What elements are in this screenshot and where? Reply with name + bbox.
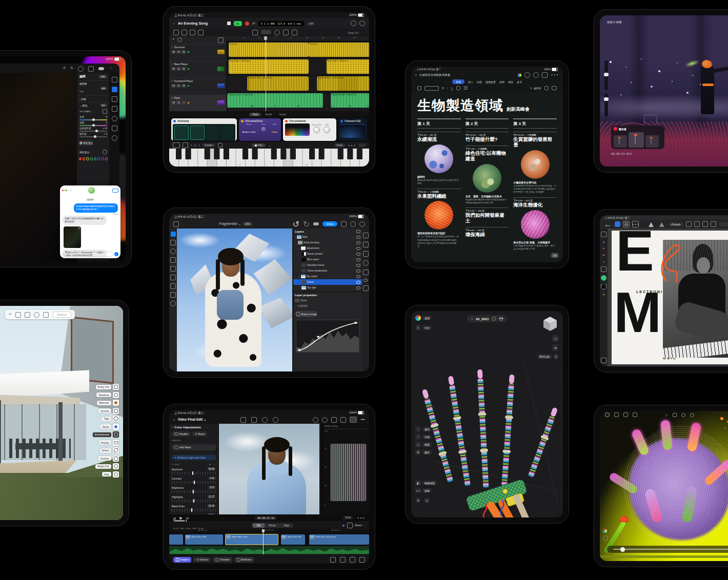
snap-mode[interactable] [261, 30, 271, 34]
list-icon[interactable] [544, 86, 549, 90]
help-icon[interactable] [350, 221, 356, 227]
visibility-icon[interactable] [363, 279, 368, 282]
layer-adjustments[interactable]: ⌄Adjustments [293, 245, 362, 251]
eraser-tool-icon[interactable] [170, 283, 176, 289]
clip-skyline-close[interactable]: Skyline_Blue_Close [225, 534, 278, 545]
drive-knob[interactable]: Drive [260, 123, 267, 135]
lasso-tool-icon[interactable] [170, 248, 176, 254]
region-drummer-1[interactable]: Drummer [229, 43, 309, 57]
chevron-down-icon[interactable]: ⌄ [213, 463, 215, 466]
header-more-icon[interactable] [218, 37, 224, 43]
curves-section[interactable]: ⌄CURVES [293, 303, 362, 309]
color-mix-button[interactable]: 顏色混合 [79, 140, 93, 146]
panel-materials[interactable]: Materials [93, 400, 119, 406]
import-icon[interactable] [240, 417, 246, 423]
color-mix-row[interactable]: 顏色混合 [79, 151, 89, 154]
solid-icon[interactable]: ▢ [415, 442, 421, 447]
project-title[interactable]: Video Final Edit ⌄ [178, 418, 207, 422]
volume-button[interactable]: ◁)Volume [193, 557, 211, 562]
tab-home[interactable]: 常用 [452, 79, 464, 84]
flip-icon[interactable] [694, 221, 700, 227]
menu-icon[interactable]: ≡ [623, 221, 630, 227]
document-page[interactable]: 生物製造領域 創新高峰會 第 1 天 下午2:00 — 201 室 永續潮流 綠… [411, 91, 563, 262]
eyedropper-tool-icon[interactable] [170, 301, 176, 306]
settings-icon[interactable] [690, 413, 694, 417]
cloud-icon[interactable] [98, 67, 104, 70]
panel-options-icon[interactable] [356, 230, 360, 233]
panel-help[interactable]: Help [93, 471, 119, 478]
snap-icon[interactable]: ◎ [424, 498, 430, 503]
history-icon[interactable] [112, 135, 117, 141]
poster-page[interactable]: E LECTRONIC M USIC [612, 231, 728, 364]
remove-attachment-icon[interactable]: × [78, 227, 80, 230]
glide-icon[interactable]: ↔ [268, 144, 271, 147]
history-button[interactable]: 歷程記錄 [537, 354, 552, 359]
move-tool-icon[interactable]: ▲ [602, 240, 605, 243]
color-section[interactable]: ⌄ 顏色 [79, 104, 88, 107]
lock-icon[interactable] [218, 143, 223, 148]
section-view-button[interactable]: 截面視圖 [422, 481, 437, 485]
keyboard-icon[interactable] [552, 86, 557, 90]
dismiss-keyboard-icon[interactable]: ⌨ [551, 253, 559, 258]
more-icon[interactable]: ⋯ [632, 221, 639, 227]
pencil-tool-icon[interactable]: ✏ [602, 253, 605, 257]
share-icon[interactable] [542, 72, 548, 78]
layer-sky[interactable]: ⌄Sky (right) [293, 274, 362, 279]
items-icon[interactable]: ≡ [415, 325, 421, 330]
cloud-icon[interactable] [313, 222, 319, 225]
undo-icon[interactable]: ↺ [63, 66, 66, 72]
versions-icon[interactable] [112, 126, 117, 131]
width-button[interactable] [358, 143, 366, 147]
octave-up-icon[interactable]: › [198, 143, 199, 147]
brush-icon[interactable] [112, 87, 117, 92]
connect-icon[interactable]: ❖ [342, 524, 345, 527]
record-icon[interactable] [273, 417, 278, 423]
orientation-cube[interactable] [541, 315, 559, 333]
add-mask-button[interactable]: Add Mask [172, 444, 216, 450]
slider-vibrance[interactable]: 自然飽和度+ 14 [77, 126, 110, 132]
back-icon[interactable]: ‹ [173, 418, 175, 422]
section-view-icon[interactable]: ◧ [415, 480, 421, 486]
text-tool-icon[interactable] [170, 292, 176, 298]
text-tool-icon[interactable]: A [601, 284, 606, 289]
slider-brightness[interactable]: Brightness9.07 [169, 484, 218, 493]
quicklook-button[interactable]: 速覽 [422, 316, 432, 320]
cycle-icon[interactable]: ⇄ [252, 22, 255, 26]
inspect-button[interactable]: Inspect [173, 557, 191, 563]
pan-icon[interactable] [15, 312, 21, 318]
export-icon[interactable] [341, 221, 347, 227]
animate-button[interactable]: Animate [213, 557, 232, 563]
camera-icon[interactable] [681, 413, 685, 417]
window-controls[interactable] [62, 190, 67, 191]
back-icon[interactable]: ‹ [415, 73, 417, 77]
track-header-bass[interactable]: 2Bass Player MSR [169, 61, 227, 78]
measure-button[interactable]: 測量 [422, 488, 432, 493]
tab-review[interactable]: 校閱 [499, 80, 504, 84]
loop-icon[interactable] [274, 30, 280, 35]
export-panel-icon[interactable] [363, 285, 369, 291]
home-icon[interactable] [173, 221, 179, 227]
panel-soften[interactable]: Soften [93, 447, 119, 453]
track-header-keys[interactable]: 3Keyboard Player MSR [169, 78, 227, 95]
fullscreen-icon[interactable] [359, 557, 365, 563]
curves-graph[interactable] [296, 320, 359, 353]
node-tool-icon[interactable]: ▲ [658, 220, 666, 229]
tool-solid[interactable]: 實體 [422, 442, 432, 447]
overwrite-icon[interactable] [347, 523, 353, 528]
target-icon[interactable] [103, 150, 107, 154]
clip-skyline-background[interactable]: Skyline_Blue_Background [309, 534, 369, 545]
sync-icon[interactable] [492, 317, 496, 321]
select-menu[interactable]: Select ··· [355, 524, 365, 527]
count-badge[interactable]: +54 [307, 22, 314, 26]
masking-icon[interactable] [112, 106, 117, 112]
surface-icon[interactable] [183, 142, 188, 148]
region-bass-1[interactable]: Bass Player · Indie Disco [229, 59, 309, 74]
multicam-button[interactable]: Multicam [234, 557, 254, 563]
layer-top-right[interactable]: Top right [293, 285, 362, 291]
vector-tool-icon[interactable]: ✎ [602, 293, 605, 296]
tool-transform[interactable]: 變形 [422, 450, 432, 454]
wrench-icon[interactable] [198, 30, 204, 35]
camera-icon[interactable] [251, 417, 257, 423]
prop-curve-row[interactable]: Curve [293, 298, 362, 303]
color-picker-icon[interactable] [603, 529, 607, 533]
